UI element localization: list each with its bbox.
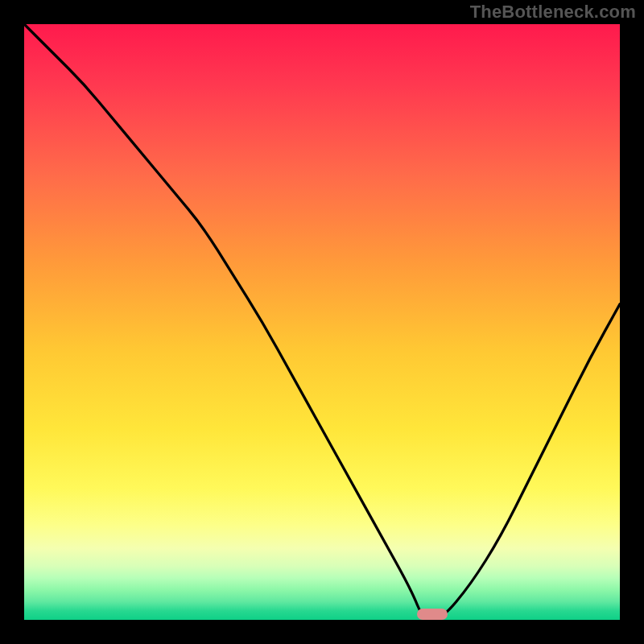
watermark-text: TheBottleneck.com [470,2,636,23]
plot-area [24,24,620,620]
curve-path [24,24,620,620]
bottleneck-curve [24,24,620,620]
chart-frame: TheBottleneck.com [0,0,644,644]
optimum-marker [417,609,448,620]
